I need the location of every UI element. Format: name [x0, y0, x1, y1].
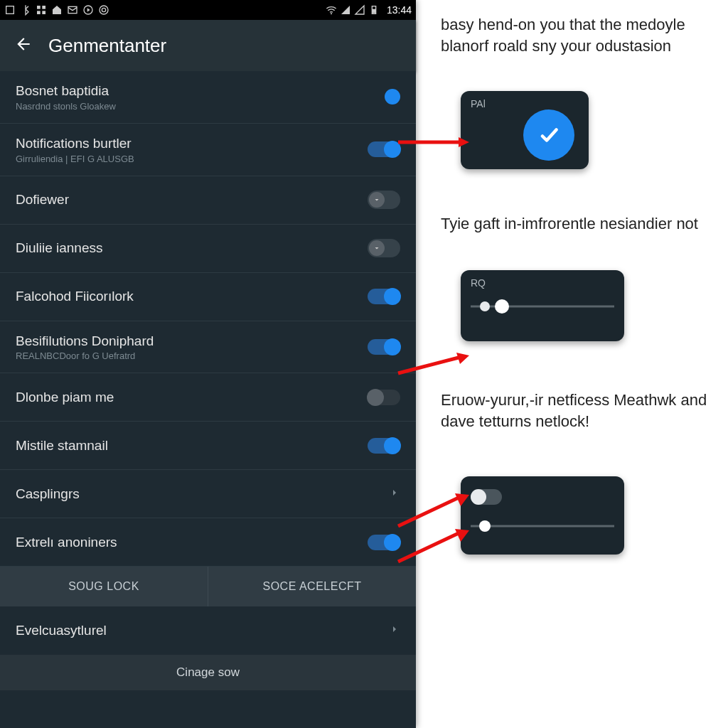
setting-row[interactable]: Falcohod Fiicorılork — [0, 273, 416, 321]
signal-icon — [340, 4, 351, 16]
row-subtitle: REALNBCDoor fo G Uefratrd — [16, 350, 359, 361]
svg-rect-1 — [37, 6, 41, 9]
svg-marker-14 — [456, 353, 469, 364]
row-title: Evelcuasytlurel — [16, 622, 380, 639]
setting-row[interactable]: Mistile stamnail — [0, 422, 416, 470]
svg-rect-0 — [6, 6, 14, 14]
settings-list: Bosnet baptidia Nasrdnd stonls Gloakew N… — [0, 71, 416, 567]
tab-right[interactable]: SOCE ACELECFT — [208, 567, 416, 606]
row-title: Bosnet baptidia — [16, 82, 376, 100]
expand-control[interactable] — [368, 239, 400, 257]
row-subtitle: Girruliendia | EFI G ALUSGB — [16, 154, 359, 164]
callout-card-check: PAl — [461, 91, 589, 169]
card-label: PAl — [471, 98, 486, 109]
row-subtitle: Nasrdnd stonls Gloakew — [16, 101, 376, 112]
home-icon — [51, 4, 63, 16]
card-label: RQ — [471, 277, 486, 289]
row-title: Falcohod Fiicorılork — [16, 288, 359, 305]
setting-row[interactable]: Diuliie ianness — [0, 225, 416, 273]
annotation-text: basy hend-on you that the medoyle blanor… — [441, 14, 711, 56]
svg-rect-10 — [373, 9, 375, 14]
svg-rect-4 — [42, 11, 46, 14]
app-icon — [4, 4, 16, 16]
row-title: Extrelı anoniners — [16, 534, 359, 551]
bottom-tabs: SOUG LOCK SOCE ACELECFT — [0, 567, 416, 606]
wifi-icon — [326, 4, 337, 16]
annotation-2: Tyie gaft in-imfrorentle nesiandier not — [441, 213, 711, 240]
bottom-action-button[interactable]: Cinage sow — [0, 655, 416, 690]
phone-frame: 13:44 Genmentanter Bosnet baptidia Nasrd… — [0, 0, 416, 728]
row-title: Notifications burtler — [16, 135, 359, 152]
row-title: Casplingrs — [16, 486, 380, 503]
toggle-switch[interactable] — [368, 339, 400, 355]
setting-row[interactable]: Casplingrs — [0, 470, 416, 518]
row-title: Dofiewer — [16, 191, 359, 208]
back-button[interactable] — [14, 35, 33, 56]
row-title: Besifilutions Doniphard — [16, 333, 359, 350]
tab-left[interactable]: SOUG LOCK — [0, 567, 208, 606]
expand-control[interactable] — [368, 191, 400, 209]
svg-point-7 — [100, 6, 108, 14]
annotation-text: Tyie gaft in-imfrorentle nesiandier not — [441, 213, 711, 235]
setting-row[interactable]: Bosnet baptidia Nasrdnd stonls Gloakew — [0, 71, 416, 124]
setting-row[interactable]: Dofiewer — [0, 176, 416, 225]
mail-icon — [67, 4, 78, 16]
status-bar-left — [4, 4, 109, 16]
dot-indicator[interactable] — [385, 89, 400, 105]
check-circle-icon — [523, 109, 574, 161]
status-bar-right: 13:44 — [326, 4, 412, 16]
toggle-switch[interactable] — [368, 289, 400, 304]
status-time: 13:44 — [387, 4, 412, 16]
toggle-small[interactable] — [471, 489, 502, 505]
setting-row[interactable]: Evelcuasytlurel — [0, 606, 416, 655]
play-icon — [82, 4, 94, 16]
row-title: Diuliie ianness — [16, 240, 359, 257]
slider-small[interactable] — [471, 519, 614, 533]
bluetooth-icon — [20, 4, 31, 16]
range-slider[interactable] — [471, 299, 614, 314]
status-bar: 13:44 — [0, 0, 416, 20]
app-title: Genmentanter — [48, 35, 166, 57]
callout-card-toggle-slider — [461, 476, 624, 555]
chevron-right-icon — [389, 487, 400, 501]
row-title: Mistile stamnail — [16, 437, 359, 454]
toggle-switch[interactable] — [368, 535, 400, 550]
annotation-text: Eruow-yurur,-ir netficess Meathwk and da… — [441, 390, 711, 432]
annotation-3: Eruow-yurur,-ir netficess Meathwk and da… — [441, 390, 711, 437]
setting-row[interactable]: Extrelı anoniners — [0, 518, 416, 567]
toggle-switch-off[interactable] — [368, 390, 400, 405]
sync-icon — [98, 4, 109, 16]
annotation-1: basy hend-on you that the medoyle blanor… — [441, 14, 711, 62]
apps-icon — [36, 4, 47, 16]
setting-row[interactable]: Dlonbe piam me — [0, 373, 416, 422]
chevron-right-icon — [389, 623, 400, 638]
svg-point-8 — [331, 13, 332, 14]
toggle-switch[interactable] — [368, 141, 400, 157]
setting-row[interactable]: Notifications burtler Girruliendia | EFI… — [0, 124, 416, 176]
callout-card-slider: RQ — [461, 270, 624, 341]
signal2-icon — [354, 4, 365, 16]
app-bar: Genmentanter — [0, 20, 416, 71]
svg-rect-3 — [37, 11, 41, 14]
battery-icon — [368, 4, 380, 16]
toggle-switch[interactable] — [368, 438, 400, 454]
row-title: Dlonbe piam me — [16, 389, 359, 406]
setting-row[interactable]: Besifilutions Doniphard REALNBCDoor fo G… — [0, 321, 416, 374]
svg-rect-2 — [42, 6, 46, 9]
